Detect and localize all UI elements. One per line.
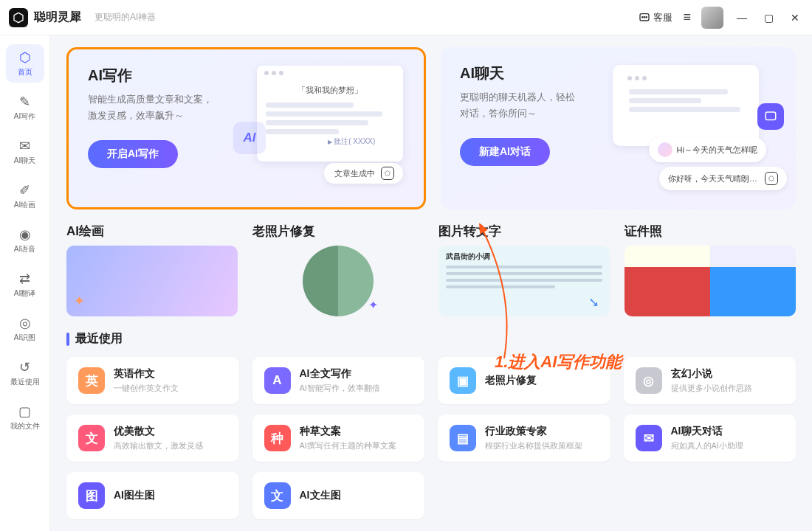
sidebar-label: 最近使用 [10, 377, 40, 387]
sidebar-label: AI写作 [14, 111, 35, 122]
sidebar-item-3[interactable]: ✐AI绘画 [6, 177, 44, 215]
card-title: 老照片修复 [485, 374, 537, 387]
svg-point-2 [642, 16, 643, 17]
hero-card-chat[interactable]: AI聊天 更聪明的聊天机器人，轻松对话，答你所问～ 新建AI对话 [441, 47, 796, 209]
recent-card-9[interactable]: 文 AI文生图 [252, 472, 425, 519]
sidebar-icon: ✎ [19, 94, 30, 110]
card-title: AI图生图 [114, 489, 155, 502]
recent-card-7[interactable]: ✉ AI聊天对话 宛如真人的AI小助理 [624, 414, 796, 462]
sidebar-icon: ◉ [19, 226, 31, 243]
tile-ai-draw[interactable]: AI绘画 [66, 223, 238, 316]
preview-doc-title: 「我和我的梦想」 [257, 80, 403, 99]
ai-badge: AI [233, 122, 266, 154]
write-preview: 「我和我的梦想」 AI 批注( XXXX) 文章生成中 ⬡ [241, 66, 410, 191]
recent-card-2[interactable]: ▣ 老照片修复 [438, 357, 610, 404]
svg-point-3 [644, 16, 645, 17]
main-content: AI写作 智能生成高质量文章和文案，激发灵感，效率飙升～ 开启AI写作 「我和我… [50, 35, 812, 531]
chat-bubble-user: Hi～今天的天气怎样呢 [649, 137, 766, 162]
chat-bubble-ai: 你好呀，今天天气晴朗… ⬡ [659, 167, 787, 190]
sidebar-label: AI语音 [14, 244, 35, 254]
sidebar-item-7[interactable]: ↺最近使用 [6, 354, 44, 392]
card-subtitle: 高效输出散文，激发灵感 [114, 440, 203, 451]
start-chat-button[interactable]: 新建AI对话 [460, 138, 550, 166]
app-subtitle: 更聪明的AI神器 [94, 11, 156, 24]
tile-id-photo[interactable]: 证件照 [625, 223, 796, 316]
app-name: 聪明灵犀 [34, 10, 81, 25]
sidebar-item-2[interactable]: ✉AI聊天 [6, 133, 44, 171]
close-button[interactable]: ✕ [787, 10, 803, 26]
card-title: 行业政策专家 [485, 425, 582, 438]
hero-chat-desc: 更聪明的聊天机器人，轻松对话，答你所问～ [460, 89, 608, 122]
card-icon: 种 [264, 425, 291, 451]
recent-card-4[interactable]: 文 优美散文 高效输出散文，激发灵感 [66, 414, 239, 462]
sidebar-icon: ⇄ [19, 271, 30, 287]
arrow-icon: ➘ [588, 294, 599, 310]
sidebar-icon: ◎ [19, 315, 31, 331]
sidebar-label: AI翻译 [14, 288, 35, 299]
avatar[interactable] [701, 7, 723, 29]
preview-annotation: 批注( XXXX) [328, 136, 375, 147]
sidebar-item-1[interactable]: ✎AI写作 [6, 88, 44, 127]
tile-thumb [625, 246, 796, 316]
sidebar-item-8[interactable]: ▢我的文件 [6, 398, 44, 437]
app-logo: 聪明灵犀 更聪明的AI神器 [9, 8, 156, 27]
card-subtitle: AI智能写作，效率翻倍 [300, 383, 380, 394]
tile-ocr[interactable]: 图片转文字 武昌街的小调 ➘ [438, 223, 610, 316]
app-mini-icon: ⬡ [381, 167, 394, 180]
sidebar-label: AI聊天 [14, 156, 35, 166]
card-title: AI全文写作 [300, 367, 380, 381]
sidebar-item-5[interactable]: ⇄AI翻译 [6, 266, 44, 304]
card-icon: 图 [78, 482, 105, 509]
titlebar: 聪明灵犀 更聪明的AI神器 客服 ≡ — ▢ ✕ [0, 0, 812, 35]
sidebar-icon: ▢ [18, 403, 31, 420]
recent-grid: 英 英语作文 一键创作英文作文A AI全文写作 AI智能写作，效率翻倍▣ 老照片… [66, 357, 796, 519]
recent-card-5[interactable]: 种 种草文案 AI撰写任何主题的种草文案 [252, 414, 425, 462]
card-icon: ▣ [450, 367, 476, 394]
feature-tiles-row: AI绘画 老照片修复 图片转文字 武昌街的小调 ➘ 证件照 [66, 223, 796, 316]
sidebar-item-0[interactable]: ⬡首页 [6, 44, 44, 83]
recent-card-8[interactable]: 图 AI图生图 [66, 472, 239, 519]
recent-card-6[interactable]: ▤ 行业政策专家 根据行业名称提供政策框架 [438, 414, 610, 462]
card-title: AI聊天对话 [671, 425, 743, 438]
maximize-button[interactable]: ▢ [760, 10, 777, 26]
support-button[interactable]: 客服 [639, 11, 672, 24]
sidebar: ⬡首页✎AI写作✉AI聊天✐AI绘画◉AI语音⇄AI翻译◎AI识图↺最近使用▢我… [0, 35, 50, 531]
sidebar-icon: ✐ [19, 182, 30, 198]
sidebar-icon: ↺ [19, 359, 30, 375]
card-icon: A [264, 367, 291, 394]
card-title: 玄幻小说 [671, 367, 752, 381]
card-icon: ▤ [450, 425, 476, 451]
recent-heading: 最近使用 [66, 331, 796, 347]
recent-card-3[interactable]: ◎ 玄幻小说 提供更多小说创作思路 [624, 357, 796, 404]
logo-icon [9, 8, 28, 27]
sidebar-item-6[interactable]: ◎AI识图 [6, 310, 44, 348]
menu-button[interactable]: ≡ [683, 10, 691, 25]
app-mini-icon: ⬡ [765, 172, 778, 185]
chat-float-icon [757, 103, 784, 130]
svg-marker-0 [14, 13, 23, 22]
sidebar-label: AI识图 [14, 333, 35, 343]
recent-card-0[interactable]: 英 英语作文 一键创作英文作文 [66, 357, 239, 404]
minimize-button[interactable]: — [734, 10, 750, 26]
hero-write-desc: 智能生成高质量文章和文案，激发灵感，效率飙升～ [88, 91, 235, 124]
card-subtitle: AI撰写任何主题的种草文案 [300, 440, 396, 451]
hero-card-write[interactable]: AI写作 智能生成高质量文章和文案，激发灵感，效率飙升～ 开启AI写作 「我和我… [66, 47, 426, 209]
card-icon: 文 [264, 482, 291, 509]
tile-photo-restore[interactable]: 老照片修复 [252, 223, 424, 316]
card-icon: 文 [78, 425, 105, 451]
card-subtitle: 宛如真人的AI小助理 [671, 440, 743, 451]
card-subtitle: 一键创作英文作文 [114, 383, 179, 394]
card-icon: ✉ [636, 425, 662, 451]
sidebar-label: AI绘画 [14, 200, 35, 210]
card-subtitle: 根据行业名称提供政策框架 [485, 440, 582, 451]
sidebar-item-4[interactable]: ◉AI语音 [6, 221, 44, 260]
svg-point-4 [646, 16, 647, 17]
start-write-button[interactable]: 开启AI写作 [88, 140, 178, 168]
support-label: 客服 [653, 11, 672, 24]
sidebar-label: 首页 [18, 67, 32, 77]
tile-thumb [303, 246, 374, 316]
card-title: 种草文案 [300, 425, 396, 438]
tile-thumb [66, 246, 238, 316]
recent-card-1[interactable]: A AI全文写作 AI智能写作，效率翻倍 [252, 357, 425, 404]
card-icon: ◎ [636, 367, 662, 394]
